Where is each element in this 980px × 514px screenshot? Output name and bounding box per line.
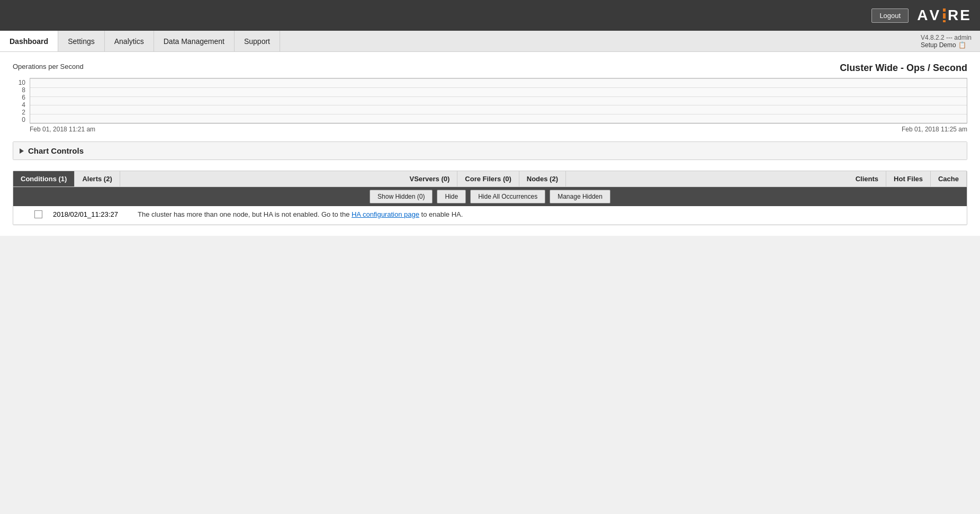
y-label-0: 0 bbox=[22, 116, 25, 123]
chart-container: 10 8 6 4 2 0 Feb 01, 2018 11:21 am bbox=[13, 78, 967, 133]
ha-config-link[interactable]: HA configuration page bbox=[352, 210, 419, 218]
conditions-table: 2018/02/01_11:23:27 The cluster has more… bbox=[13, 206, 967, 225]
grid-line-0 bbox=[30, 123, 967, 123]
logo-r: R bbox=[948, 7, 960, 24]
row-checkbox-cell bbox=[29, 206, 48, 225]
y-label-8: 8 bbox=[22, 86, 25, 94]
tab-alerts[interactable]: Alerts (2) bbox=[75, 171, 120, 187]
tab-conditions[interactable]: Conditions (1) bbox=[13, 171, 75, 187]
x-axis-labels: Feb 01, 2018 11:21 am Feb 01, 2018 11:25… bbox=[30, 123, 967, 133]
x-end-label: Feb 01, 2018 11:25 am bbox=[902, 126, 967, 133]
setup-demo-icon: 📋 bbox=[958, 41, 966, 49]
chart-section: Operations per Second Cluster Wide - Ops… bbox=[13, 63, 967, 133]
tab-clients[interactable]: Clients bbox=[848, 171, 886, 187]
logo-a: A bbox=[917, 7, 929, 24]
grid-line-2 bbox=[30, 114, 967, 114]
y-label-2: 2 bbox=[22, 109, 25, 116]
chart-body: Feb 01, 2018 11:21 am Feb 01, 2018 11:25… bbox=[30, 78, 967, 133]
chart-grid bbox=[30, 78, 967, 123]
logout-button[interactable]: Logout bbox=[871, 8, 909, 23]
tab-core-filers[interactable]: Core Filers (0) bbox=[457, 171, 519, 187]
tab-nodes[interactable]: Nodes (2) bbox=[519, 171, 566, 187]
grid-line-6 bbox=[30, 96, 967, 97]
tab-vservers[interactable]: VServers (0) bbox=[402, 171, 457, 187]
row-checkbox[interactable] bbox=[34, 210, 42, 218]
triangle-icon bbox=[20, 148, 24, 154]
top-bar-right: Logout A V R E bbox=[871, 7, 972, 24]
row-message: The cluster has more than one node, but … bbox=[132, 206, 967, 225]
chart-controls-label: Chart Controls bbox=[28, 146, 84, 155]
tabs-section: Conditions (1) Alerts (2) VServers (0) C… bbox=[13, 171, 967, 225]
hide-button[interactable]: Hide bbox=[437, 190, 466, 203]
tab-data-management[interactable]: Data Management bbox=[154, 31, 235, 51]
chart-label: Operations per Second bbox=[13, 63, 84, 70]
chart-title-row: Operations per Second Cluster Wide - Ops… bbox=[13, 63, 967, 74]
setup-demo[interactable]: Setup Demo 📋 bbox=[921, 41, 972, 49]
grid-line-10 bbox=[30, 78, 967, 79]
tab-settings[interactable]: Settings bbox=[58, 31, 105, 51]
logo-v: V bbox=[929, 7, 941, 24]
grid-line-4 bbox=[30, 105, 967, 105]
x-start-label: Feb 01, 2018 11:21 am bbox=[30, 126, 95, 133]
y-label-4: 4 bbox=[22, 101, 25, 109]
y-label-6: 6 bbox=[22, 94, 25, 101]
main-content: Operations per Second Cluster Wide - Ops… bbox=[0, 52, 980, 236]
chart-controls-header[interactable]: Chart Controls bbox=[13, 142, 967, 159]
message-suffix: to enable HA. bbox=[419, 210, 463, 218]
show-hidden-button[interactable]: Show Hidden (0) bbox=[370, 190, 433, 203]
y-axis: 10 8 6 4 2 0 bbox=[13, 78, 30, 133]
avere-logo: A V R E bbox=[917, 7, 972, 24]
manage-hidden-button[interactable]: Manage Hidden bbox=[550, 190, 610, 203]
row-timestamp: 2018/02/01_11:23:27 bbox=[48, 206, 132, 225]
grid-line-8 bbox=[30, 87, 967, 88]
nav-info: V4.8.2.2 --- admin Setup Demo 📋 bbox=[912, 31, 980, 51]
chart-controls-section: Chart Controls bbox=[13, 141, 967, 160]
y-label-10: 10 bbox=[19, 79, 25, 86]
version-info: V4.8.2.2 --- admin bbox=[921, 34, 972, 41]
tab-cache[interactable]: Cache bbox=[931, 171, 967, 187]
tabs-row: Conditions (1) Alerts (2) VServers (0) C… bbox=[13, 171, 967, 187]
chart-main-title: Cluster Wide - Ops / Second bbox=[840, 63, 967, 74]
tab-hot-files[interactable]: Hot Files bbox=[886, 171, 931, 187]
logo-bar-icon bbox=[943, 8, 946, 22]
action-row: Show Hidden (0) Hide Hide All Occurrence… bbox=[13, 187, 967, 206]
top-bar: Logout A V R E bbox=[0, 0, 980, 31]
message-prefix: The cluster has more than one node, but … bbox=[138, 210, 352, 218]
row-spacer bbox=[13, 206, 29, 225]
logo-e: E bbox=[960, 7, 972, 24]
tab-dashboard[interactable]: Dashboard bbox=[0, 31, 58, 51]
tab-support[interactable]: Support bbox=[235, 31, 280, 51]
table-row: 2018/02/01_11:23:27 The cluster has more… bbox=[13, 206, 967, 225]
hide-all-button[interactable]: Hide All Occurrences bbox=[470, 190, 545, 203]
nav-bar: Dashboard Settings Analytics Data Manage… bbox=[0, 31, 980, 52]
tab-analytics[interactable]: Analytics bbox=[105, 31, 154, 51]
